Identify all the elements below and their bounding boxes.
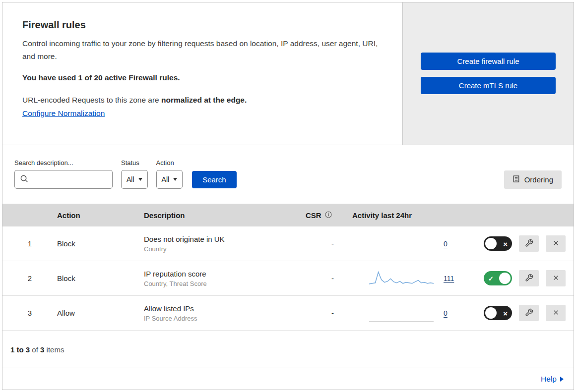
wrench-icon [525,274,533,283]
chevron-down-icon [173,178,177,181]
create-mtls-rule-button[interactable]: Create mTLS rule [421,77,556,94]
status-filter-group: Status All [121,159,148,189]
activity-sparkline [369,235,434,252]
ordering-button[interactable]: Ordering [504,170,562,189]
x-icon: × [503,309,508,317]
normalization-note: URL-encoded Requests to this zone are no… [22,96,383,105]
rule-activity-cell: 0 [346,235,460,252]
activity-count-link[interactable]: 0 [444,309,448,317]
activity-sparkline [369,270,434,287]
activity-sparkline [369,305,434,322]
page-description: Control incoming traffic to your zone by… [22,37,383,62]
ordering-button-label: Ordering [524,175,553,184]
search-box [14,170,113,189]
rule-fields: IP Source Address [144,315,292,322]
search-input[interactable] [32,175,107,183]
activity-count-link[interactable]: 111 [444,275,454,282]
rule-csr: - [292,309,346,317]
rule-controls: ✓ × [460,270,574,286]
table-header: Action Description CSR Activity last 24h… [2,204,574,226]
rule-enabled-toggle[interactable]: ✓ × [484,236,512,251]
firewall-rules-page: Firewall rules Control incoming traffic … [2,2,574,390]
rule-priority: 2 [2,274,57,282]
toggle-knob [485,238,497,249]
search-button[interactable]: Search [192,171,237,188]
x-icon: × [503,240,508,247]
rule-activity-cell: 111 [346,270,460,287]
normalization-text: URL-encoded Requests to this zone are [22,96,161,104]
rule-action: Block [57,239,144,248]
csr-header-label: CSR [306,211,321,220]
search-label: Search description... [14,159,113,167]
pagination-summary: 1 to 3 of 3 items [2,331,574,368]
table-row: 1 Block Does not originate in UK Country… [2,226,574,261]
rule-priority: 3 [2,309,57,317]
rule-description-cell: Does not originate in UK Country [144,235,292,253]
rule-description: Does not originate in UK [144,235,292,243]
edit-rule-button[interactable] [519,270,539,286]
action-select-value: All [162,175,170,183]
usage-summary: You have used 1 of 20 active Firewall ru… [22,73,383,82]
check-icon: ✓ [488,275,494,281]
table-row: 3 Allow Allow listed IPs IP Source Addre… [2,296,574,331]
rule-enabled-toggle[interactable]: ✓ × [484,271,512,285]
column-header-activity: Activity last 24hr [346,211,460,220]
delete-rule-button[interactable] [546,270,566,286]
wrench-icon [525,239,533,249]
ordering-list-icon [512,175,520,184]
toggle-knob [499,273,511,284]
table-row: 2 Block IP reputation score Country, Thr… [2,261,574,296]
wrench-icon [525,308,533,318]
of-text: of [32,345,38,354]
total-count: 3 [40,345,44,354]
help-bar: Help [2,368,574,390]
rule-enabled-toggle[interactable]: ✓ × [484,306,512,320]
chevron-down-icon [138,178,142,181]
search-icon [20,174,28,185]
column-header-csr: CSR [292,211,346,220]
rule-csr: - [292,274,346,282]
close-icon [552,274,560,283]
rule-description-cell: Allow listed IPs IP Source Address [144,304,292,322]
items-text: items [47,345,64,354]
close-icon [552,239,560,248]
rule-description: Allow listed IPs [144,304,292,313]
rule-priority: 1 [2,239,57,248]
intro-section: Firewall rules Control incoming traffic … [2,2,574,145]
rule-action: Allow [57,309,144,317]
configure-normalization-link[interactable]: Configure Normalization [22,109,105,117]
action-panel: Create firewall rule Create mTLS rule [403,2,574,145]
page-title: Firewall rules [22,19,383,31]
column-header-description: Description [144,211,292,220]
action-filter-group: Action All [156,159,183,189]
create-firewall-rule-button[interactable]: Create firewall rule [421,53,556,70]
activity-count-link[interactable]: 0 [444,240,448,248]
action-label: Action [156,159,183,167]
filter-bar: Search description... Status All Action … [2,145,574,204]
rule-description-cell: IP reputation score Country, Threat Scor… [144,270,292,287]
rule-controls: ✓ × [460,305,574,321]
rule-fields: Country [144,245,292,253]
rule-csr: - [292,239,346,248]
rule-controls: ✓ × [460,235,574,252]
rule-action: Block [57,274,144,282]
delete-rule-button[interactable] [546,305,566,321]
delete-rule-button[interactable] [546,235,566,252]
arrow-right-icon [560,377,564,382]
status-select-value: All [127,175,134,183]
close-icon [552,309,560,318]
rule-description: IP reputation score [144,270,292,278]
info-icon[interactable] [325,211,332,220]
intro-card: Firewall rules Control incoming traffic … [2,2,403,145]
status-select[interactable]: All [121,170,148,189]
help-link[interactable]: Help [541,375,564,384]
rule-fields: Country, Threat Score [144,280,292,287]
toggle-knob [485,307,497,319]
normalization-bold: normalized at the edge. [161,96,247,104]
action-select[interactable]: All [156,170,183,189]
help-link-label: Help [541,375,557,384]
column-header-action: Action [57,211,144,220]
edit-rule-button[interactable] [519,305,539,321]
edit-rule-button[interactable] [519,235,539,252]
status-label: Status [121,159,148,167]
